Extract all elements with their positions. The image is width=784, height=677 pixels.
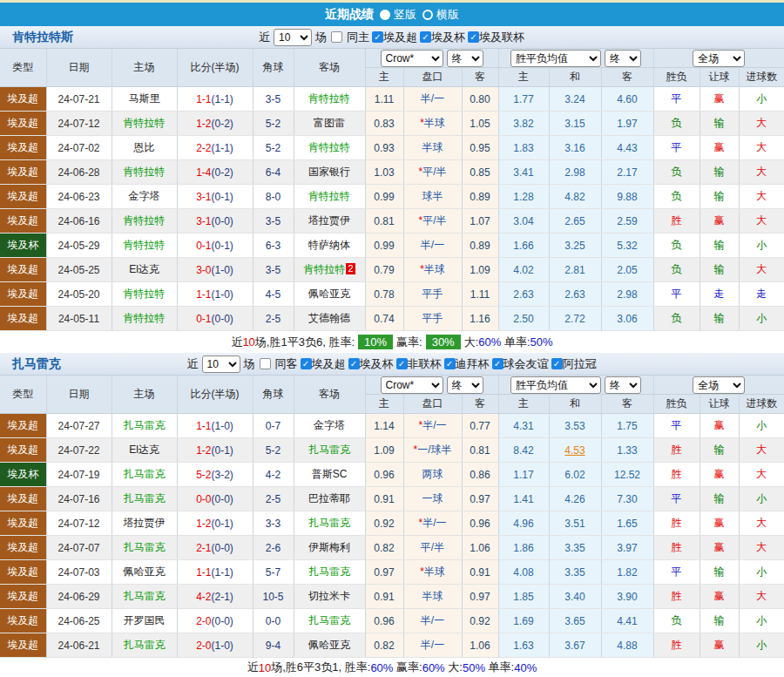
score-cell: 3-1(0-1) xyxy=(177,185,253,209)
team-label: 富图雷 xyxy=(314,117,345,129)
asia-home-odds: 0.82 xyxy=(365,536,403,560)
corners-cell: 2-6 xyxy=(253,536,294,560)
team-label: 普斯SC xyxy=(312,468,348,480)
league-checkbox[interactable]: ✓ xyxy=(420,31,431,43)
asia-handicap: 两球 xyxy=(403,463,462,487)
match-count-select[interactable]: 10 xyxy=(274,29,312,46)
team-label: 伊斯梅利 xyxy=(308,541,350,553)
asia-state-select[interactable]: 终 xyxy=(447,50,483,67)
league-checkbox[interactable]: ✓ xyxy=(348,358,360,369)
euro-away-odds: 1.97 xyxy=(601,112,653,136)
euro-draw-odds: 3.15 xyxy=(549,112,601,136)
asia-odds-group: Crow*终 xyxy=(365,376,498,395)
asia-away-odds: 0.97 xyxy=(462,585,498,609)
match-date: 24-05-11 xyxy=(46,307,112,331)
league-checkbox[interactable]: ✓ xyxy=(301,358,312,369)
league-checkbox[interactable]: ✓ xyxy=(551,358,563,369)
match-row: 埃及超24-06-25开罗国民2-0(0-0)0-0扎马雷克0.96半/一0.9… xyxy=(0,609,784,633)
rate-badge: 30% xyxy=(426,335,461,349)
league-type-cell: 埃及超 xyxy=(0,511,46,536)
same-venue-checkbox[interactable] xyxy=(260,358,271,369)
card-count-badge: 2 xyxy=(346,263,355,274)
result-wdl: 平 xyxy=(653,282,700,307)
result-handicap: 赢 xyxy=(700,585,739,609)
league-checkbox[interactable]: ✓ xyxy=(444,358,456,369)
score-cell: 1-1(1-1) xyxy=(177,560,253,585)
halftime-score: (3-2) xyxy=(212,469,233,481)
europe-avg-select[interactable]: 胜平负均值 xyxy=(510,50,601,67)
same-venue-checkbox[interactable] xyxy=(331,31,342,43)
league-checkbox[interactable]: ✓ xyxy=(396,358,408,369)
team-label: 国家银行 xyxy=(308,166,350,178)
asia-handicap: 半/一 xyxy=(403,87,462,112)
match-date: 24-06-25 xyxy=(46,609,112,633)
result-handicap: 输 xyxy=(700,487,739,511)
layout-radio-horizontal[interactable]: 横版 xyxy=(422,7,459,23)
match-row: 埃及杯24-05-29肯特拉特0-1(0-1)6-3特萨纳体0.99半/一0.8… xyxy=(0,234,784,258)
asia-away-odds: 0.91 xyxy=(462,560,498,585)
score-cell: 5-2(3-2) xyxy=(177,463,253,487)
scope-select[interactable]: 全场 xyxy=(693,50,745,67)
corners-cell: 2-5 xyxy=(253,307,294,331)
asia-away-odds: 0.89 xyxy=(462,185,498,209)
team-name: 肯特拉特斯 xyxy=(12,30,73,45)
halftime-score: (0-0) xyxy=(212,215,233,227)
league-type-cell: 埃及超 xyxy=(0,160,46,185)
team-label: 肯特拉特 xyxy=(308,92,350,105)
league-checkbox[interactable]: ✓ xyxy=(492,358,504,369)
match-date: 24-07-16 xyxy=(46,487,112,511)
asia-away-odds: 0.92 xyxy=(462,609,498,633)
europe-state-select[interactable]: 终 xyxy=(605,50,641,67)
asia-handicap: 球半 xyxy=(403,185,462,209)
column-subheader-euro-draw: 和 xyxy=(549,395,601,414)
result-handicap: 赢 xyxy=(700,136,739,160)
europe-odds-group: 胜平负均值终 xyxy=(498,49,653,68)
home-team: 塔拉贾伊 xyxy=(112,511,177,536)
halftime-score: (0-1) xyxy=(212,444,233,457)
league-checkbox[interactable]: ✓ xyxy=(372,31,383,43)
home-team: El达克 xyxy=(112,438,177,463)
league-type-cell: 埃及超 xyxy=(0,112,46,136)
layout-radio-vertical[interactable]: 竖版 xyxy=(380,7,416,23)
result-goals: 走 xyxy=(739,282,784,307)
league-label: 埃及杯 xyxy=(431,30,465,45)
result-wdl: 胜 xyxy=(653,536,700,560)
asia-state-select[interactable]: 终 xyxy=(447,376,483,394)
score-cell: 3-0(1-0) xyxy=(177,258,253,282)
asia-away-odds: 1.09 xyxy=(462,258,498,282)
corners-cell: 3-5 xyxy=(253,258,294,282)
column-header-home: 主场 xyxy=(112,49,177,87)
summary-text: 10 xyxy=(259,661,271,674)
column-subheader-res-goals: 进球数 xyxy=(739,395,784,414)
euro-away-odds: 1.33 xyxy=(601,438,653,463)
summary-text: 近 xyxy=(247,660,259,675)
scope-select[interactable]: 全场 xyxy=(693,376,745,394)
corners-cell: 6-3 xyxy=(253,234,294,258)
league-checkbox[interactable]: ✓ xyxy=(468,31,479,43)
halftime-score: (0-2) xyxy=(212,118,233,130)
europe-state-select[interactable]: 终 xyxy=(605,376,641,394)
away-team: 肯特拉特 xyxy=(294,87,365,112)
euro-home-odds: 1.85 xyxy=(498,585,549,609)
team-label: 佩哈亚克 xyxy=(308,288,350,300)
result-wdl: 胜 xyxy=(653,511,700,536)
summary-text: 赢率: xyxy=(393,660,422,675)
bookmaker-select[interactable]: Crow* xyxy=(381,50,443,67)
league-type-cell: 埃及超 xyxy=(0,258,46,282)
match-row: 埃及超24-07-03佩哈亚克1-1(1-1)5-7扎马雷克0.97*半球0.9… xyxy=(0,560,784,585)
team-label: 肯特拉特 xyxy=(124,288,166,300)
league-type-cell: 埃及超 xyxy=(0,560,46,585)
euro-draw-odds: 3.35 xyxy=(549,560,601,585)
match-row: 埃及超24-07-22El达克1-2(0-1)5-2扎马雷克1.09*一/球半0… xyxy=(0,438,784,463)
score-cell: 1-1(1-0) xyxy=(177,414,253,438)
bookmaker-select[interactable]: Crow* xyxy=(381,376,443,394)
handicap-label: 半球 xyxy=(424,263,445,275)
europe-avg-select[interactable]: 胜平负均值 xyxy=(510,376,601,394)
highlighted-odds-link[interactable]: 4.53 xyxy=(564,444,585,457)
summary-text: 近 xyxy=(231,335,242,350)
match-count-select[interactable]: 10 xyxy=(202,355,240,373)
team-label: 金字塔 xyxy=(314,419,345,431)
column-header-away: 客场 xyxy=(294,376,365,414)
away-team: 佩哈亚克 xyxy=(294,282,365,307)
halftime-score: (0-1) xyxy=(212,191,233,203)
